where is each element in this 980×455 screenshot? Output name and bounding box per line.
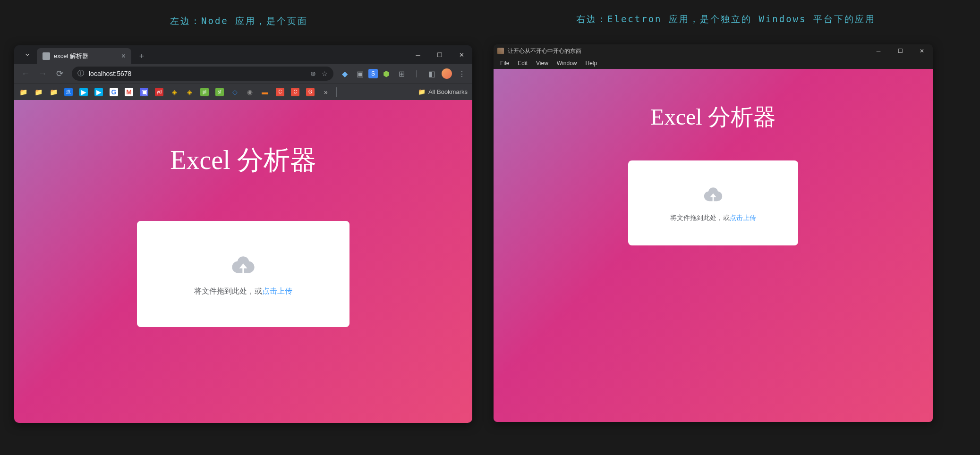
divider-icon: | [410,67,423,80]
back-button[interactable]: ← [18,66,33,81]
bookmark-item-icon[interactable]: yd [155,88,163,96]
minimize-button[interactable]: ─ [868,44,889,58]
chrome-tabstrip: excel 解析器 × + [14,45,472,64]
extension-translate-icon[interactable]: S [368,69,378,78]
page-content: Excel 分析器 将文件拖到此处，或点击上传 [14,100,472,423]
bookmarks-bar: 📁 📁 📁 汉 ▶ ▶ G M ▣ yd ◈ ◈ pl sf ◇ ◉ ▬ C C… [14,83,472,100]
profile-avatar[interactable] [440,67,453,80]
bookmark-item-icon[interactable]: ▶ [79,88,88,96]
bookmark-item-icon[interactable]: C [291,88,299,96]
upload-text-prefix: 将文件拖到此处，或 [194,287,262,295]
extensions-button[interactable]: ⊞ [395,67,408,80]
menu-button[interactable]: ⋮ [455,67,469,80]
electron-window-controls: ─ ☐ ✕ [868,44,933,58]
upload-dropzone[interactable]: 将文件拖到此处，或点击上传 [137,221,349,327]
chrome-toolbar: ← → ⟳ ⓘ localhost:5678 ⊕ ☆ ◆ ▣ S ⬢ ⊞ | ◧… [14,64,472,83]
maximize-button[interactable]: ☐ [429,45,451,64]
menu-edit[interactable]: Edit [514,59,531,67]
electron-menubar: File Edit View Window Help [494,58,933,69]
close-window-button[interactable]: ✕ [911,44,933,58]
tab-title: excel 解析器 [54,52,88,60]
upload-hint-text: 将文件拖到此处，或点击上传 [670,214,756,222]
cloud-upload-icon [700,184,726,204]
tab-close-button[interactable]: × [121,52,126,60]
chrome-browser-window: excel 解析器 × + ─ ☐ ✕ ← → ⟳ ⓘ localhost:56… [14,45,472,423]
bookmark-item-icon[interactable]: C [276,88,284,96]
upload-link[interactable]: 点击上传 [262,287,292,295]
chrome-window-controls: ─ ☐ ✕ [407,45,472,64]
bookmark-item-icon[interactable]: ◇ [230,88,239,96]
extension-gem-icon[interactable]: ◆ [338,67,351,80]
app-icon [497,48,504,54]
new-tab-button[interactable]: + [135,50,148,63]
bookmark-star-icon[interactable]: ☆ [322,70,328,77]
side-panel-icon[interactable]: ◧ [425,67,438,80]
bookmark-item-icon[interactable]: ▣ [140,88,148,96]
bookmark-google-icon[interactable]: G [110,88,118,96]
bookmark-item-icon[interactable]: G [306,88,315,96]
bookmark-folder-icon[interactable]: 📁 [34,88,43,96]
browser-tab-active[interactable]: excel 解析器 × [37,48,131,64]
bookmark-item-icon[interactable]: 汉 [64,88,73,96]
cloud-upload-icon [227,252,259,277]
caption-left: 左边：Node 应用，是个页面 [170,15,308,27]
menu-view[interactable]: View [532,59,552,67]
zoom-icon[interactable]: ⊕ [310,70,316,77]
forward-button[interactable]: → [35,66,50,81]
upload-text-prefix: 将文件拖到此处，或 [670,214,730,221]
bookmark-item-icon[interactable]: ▶ [94,88,103,96]
upload-link[interactable]: 点击上传 [730,214,756,221]
bookmark-folder-icon[interactable]: 📁 [19,88,27,96]
electron-app-window: 让开心从不开心中开心的东西 ─ ☐ ✕ File Edit View Windo… [494,44,933,422]
upload-dropzone[interactable]: 将文件拖到此处，或点击上传 [628,160,798,245]
divider [336,87,337,97]
bookmark-gmail-icon[interactable]: M [125,88,133,96]
menu-help[interactable]: Help [582,59,601,67]
tab-favicon-icon [43,52,50,60]
folder-icon: 📁 [418,88,426,95]
bookmark-item-icon[interactable]: ◈ [185,88,194,96]
upload-hint-text: 将文件拖到此处，或点击上传 [194,286,292,296]
bookmark-item-icon[interactable]: ▬ [261,88,269,96]
extension-panda-icon[interactable]: ▣ [353,67,366,80]
url-text: localhost:5678 [89,70,131,77]
electron-titlebar: 让开心从不开心中开心的东西 ─ ☐ ✕ [494,44,933,58]
address-bar[interactable]: ⓘ localhost:5678 ⊕ ☆ [72,67,333,81]
site-info-icon[interactable]: ⓘ [77,69,84,78]
window-title: 让开心从不开心中开心的东西 [508,47,581,55]
bookmark-item-icon[interactable]: sf [215,88,224,96]
menu-file[interactable]: File [496,59,513,67]
search-tabs-icon[interactable] [21,48,34,61]
maximize-button[interactable]: ☐ [889,44,911,58]
bookmark-folder-icon[interactable]: 📁 [49,88,58,96]
extension-node-icon[interactable]: ⬢ [380,67,393,80]
close-window-button[interactable]: ✕ [451,45,472,64]
caption-right: 右边：Electron 应用，是个独立的 Windows 平台下的应用 [576,13,876,25]
bookmarks-overflow-button[interactable]: » [324,88,328,96]
menu-window[interactable]: Window [553,59,581,67]
minimize-button[interactable]: ─ [407,45,429,64]
reload-button[interactable]: ⟳ [52,66,67,81]
bookmark-item-icon[interactable]: ◉ [246,88,254,96]
all-bookmarks-label: All Bookmarks [428,88,468,95]
bookmark-item-icon[interactable]: pl [200,88,209,96]
app-content: Excel 分析器 将文件拖到此处，或点击上传 [494,69,933,422]
bookmark-item-icon[interactable]: ◈ [170,88,179,96]
page-title: Excel 分析器 [650,102,775,132]
all-bookmarks-button[interactable]: 📁 All Bookmarks [418,88,468,95]
page-title: Excel 分析器 [170,143,316,178]
